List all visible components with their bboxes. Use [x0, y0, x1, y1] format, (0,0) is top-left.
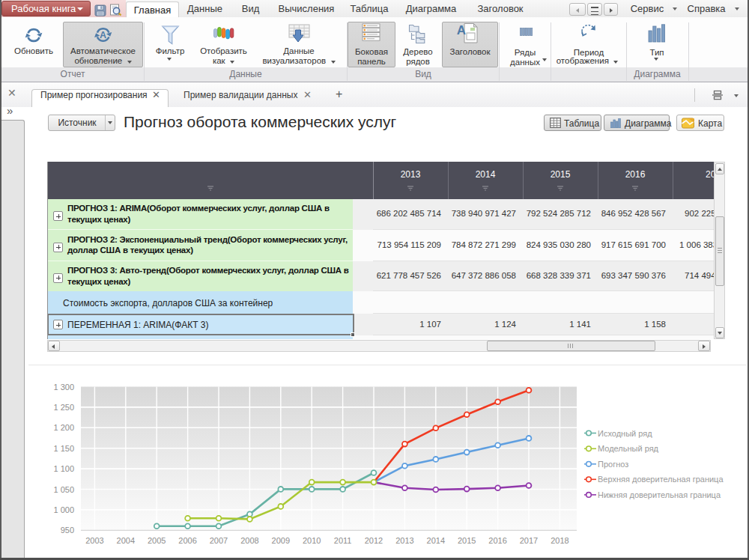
svg-text:950: 950 — [61, 526, 74, 535]
svg-text:Модельный ряд: Модельный ряд — [598, 444, 659, 453]
svg-text:1 150: 1 150 — [53, 444, 74, 453]
svg-text:1 050: 1 050 — [53, 485, 74, 494]
svg-text:2003: 2003 — [85, 536, 103, 545]
svg-text:2017: 2017 — [520, 536, 538, 545]
svg-text:A: A — [100, 30, 106, 40]
svg-text:2005: 2005 — [148, 536, 166, 545]
svg-text:2011: 2011 — [334, 536, 352, 545]
svg-text:2006: 2006 — [178, 536, 196, 545]
svg-text:2004: 2004 — [117, 536, 135, 545]
svg-text:2009: 2009 — [272, 536, 290, 545]
svg-text:1 250: 1 250 — [53, 403, 74, 412]
svg-text:Прогноз: Прогноз — [598, 460, 628, 469]
svg-text:Нижняя доверительная граница: Нижняя доверительная граница — [598, 490, 721, 499]
svg-text:2016: 2016 — [488, 536, 506, 545]
svg-text:2015: 2015 — [458, 536, 476, 545]
svg-text:2010: 2010 — [303, 536, 321, 545]
svg-text:1 200: 1 200 — [53, 423, 74, 432]
svg-text:Исходный ряд: Исходный ряд — [598, 429, 652, 438]
svg-text:1 000: 1 000 — [53, 505, 74, 514]
svg-text:2007: 2007 — [210, 536, 228, 545]
svg-text:1 300: 1 300 — [53, 383, 74, 392]
svg-text:A: A — [457, 23, 466, 37]
svg-text:2013: 2013 — [395, 536, 413, 545]
svg-text:1 100: 1 100 — [53, 464, 74, 473]
svg-text:2018: 2018 — [551, 536, 568, 545]
svg-text:2008: 2008 — [240, 536, 258, 545]
svg-text:Верхняя доверительная граница: Верхняя доверительная граница — [598, 475, 724, 484]
svg-text:2014: 2014 — [427, 536, 445, 545]
svg-text:2012: 2012 — [365, 536, 383, 545]
